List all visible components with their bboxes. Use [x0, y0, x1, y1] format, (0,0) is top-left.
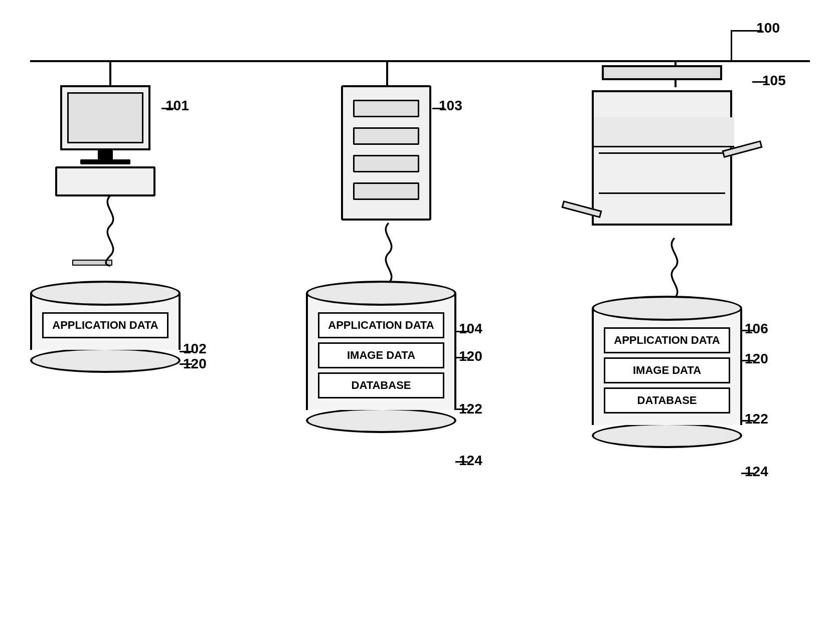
wavy-101-102 [95, 195, 125, 266]
db3-app-data-box: APPLICATION DATA [604, 327, 730, 353]
db1-bottom-ellipse [30, 348, 181, 373]
ref-tick [732, 30, 762, 32]
ref-120-db3: 120 [745, 351, 768, 367]
ref-line-101 [161, 108, 174, 109]
db3-image-data-label: IMAGE DATA [633, 364, 701, 376]
mfp-body [592, 90, 732, 226]
db2-bottom-ellipse [306, 408, 456, 433]
ref-line-122-db2 [455, 408, 468, 410]
ref-line-106 [741, 330, 754, 331]
server-slot-1 [353, 100, 419, 117]
database-3: APPLICATION DATA IMAGE DATA DATABASE [592, 296, 742, 448]
ref-101: 101 [165, 98, 189, 114]
ref-line-105 [752, 81, 767, 83]
ref-105: 105 [762, 73, 786, 89]
db3-top-ellipse [592, 296, 742, 321]
connector-101 [109, 62, 111, 87]
monitor [60, 85, 150, 150]
server-device [341, 85, 431, 221]
db3-database-box: DATABASE [604, 387, 730, 413]
db2-image-data-box: IMAGE DATA [318, 342, 444, 368]
ref-line-122-db3 [741, 420, 754, 422]
ref-120-db2: 120 [459, 348, 482, 364]
ref-103: 103 [439, 98, 462, 114]
db1-app-data-label: APPLICATION DATA [52, 319, 158, 331]
server-slot-4 [353, 182, 419, 200]
ref-line-124-db2 [455, 461, 468, 463]
db2-body: APPLICATION DATA IMAGE DATA DATABASE [306, 293, 456, 410]
db1-app-data-box: APPLICATION DATA [42, 312, 169, 338]
mfp-panel-line1 [599, 152, 725, 154]
ref-124-db2: 124 [459, 453, 482, 469]
computer-device [50, 85, 160, 200]
ref-line-124-db3 [741, 473, 754, 474]
ref-102: 102 [183, 341, 207, 357]
db3-app-data-label: APPLICATION DATA [614, 334, 720, 346]
db2-app-data-box: APPLICATION DATA [318, 312, 444, 338]
db2-database-label: DATABASE [352, 379, 411, 391]
monitor-stand [98, 150, 113, 160]
ref-104: 104 [459, 321, 482, 337]
ref-line-103 [432, 108, 445, 109]
ref-line-120-db1 [180, 363, 192, 365]
ref-tick-v [731, 30, 732, 60]
ref-line-102 [180, 351, 192, 352]
db3-image-data-box: IMAGE DATA [604, 357, 730, 383]
mfp-device [592, 65, 762, 236]
mfp-top-panel [594, 117, 734, 147]
server-slot-3 [353, 155, 419, 172]
ref-122-db3: 122 [745, 411, 768, 427]
computer-body [55, 166, 155, 196]
server-slot-2 [353, 127, 419, 145]
diagram-container: 100 101 APPLICATION DATA 102 [0, 0, 840, 621]
ref-line-104 [455, 331, 468, 332]
figure-ref-label: 100 [756, 20, 780, 36]
db2-app-data-label: APPLICATION DATA [328, 319, 434, 331]
mfp-panel-line2 [599, 192, 725, 194]
db2-top-ellipse [306, 281, 456, 306]
db3-bottom-ellipse [592, 423, 742, 448]
ref-line-120-db3 [741, 360, 754, 361]
network-bus [30, 60, 810, 62]
monitor-screen [67, 92, 143, 143]
db2-image-data-label: IMAGE DATA [347, 349, 415, 361]
db3-database-label: DATABASE [637, 394, 697, 406]
ref-line-120-db2 [455, 357, 468, 358]
connector-103 [386, 62, 388, 87]
db3-body: APPLICATION DATA IMAGE DATA DATABASE [592, 308, 742, 425]
ref-124-db3: 124 [745, 464, 768, 480]
database-1: APPLICATION DATA [30, 281, 181, 373]
db1-top-ellipse [30, 281, 181, 306]
ref-106: 106 [745, 321, 768, 337]
database-2: APPLICATION DATA IMAGE DATA DATABASE [306, 281, 456, 433]
monitor-base [80, 159, 130, 164]
db2-database-box: DATABASE [318, 372, 444, 398]
mfp-adf [602, 65, 722, 80]
